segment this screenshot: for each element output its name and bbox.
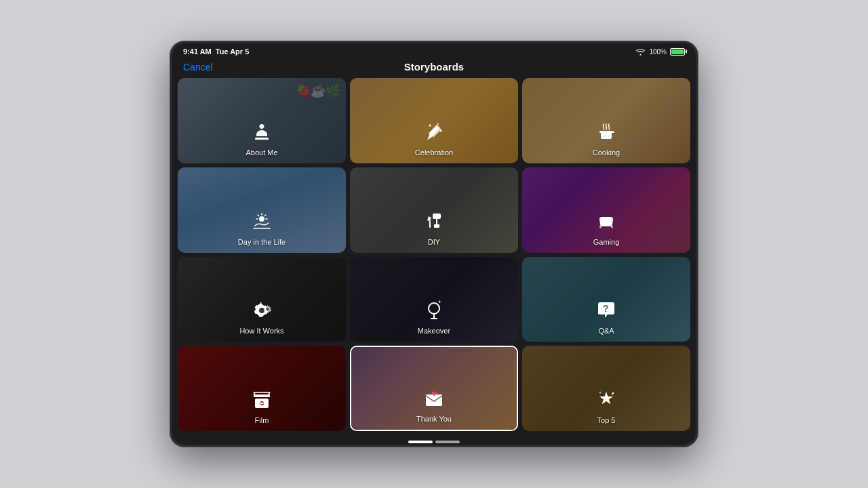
svg-point-6 [259, 216, 264, 222]
makeover-label: Makeover [418, 327, 450, 335]
thank-you-icon [423, 388, 445, 412]
ipad-frame: 9:41 AM Tue Apr 5 100% Cancel Storyboard… [170, 41, 698, 447]
storyboard-grid: About Me [178, 78, 690, 431]
about-me-label: About Me [245, 148, 277, 157]
battery-icon [670, 48, 685, 56]
status-date: Tue Apr 5 [216, 47, 250, 56]
top5-icon: + + [595, 389, 617, 413]
status-right: 100% [635, 48, 685, 56]
diy-label: DIY [428, 238, 440, 246]
gaming-label: Gaming [593, 238, 620, 246]
grid-item-diy[interactable]: DIY [350, 167, 518, 253]
cancel-button[interactable]: Cancel [183, 62, 213, 73]
svg-rect-34 [263, 394, 267, 397]
diy-icon [423, 211, 445, 235]
grid-item-day-in-the-life[interactable]: Day in the Life [178, 167, 346, 253]
day-life-label: Day in the Life [238, 238, 285, 246]
svg-rect-32 [254, 394, 257, 397]
cooking-icon [595, 121, 617, 146]
grid-item-celebration[interactable]: Celebration [350, 78, 518, 163]
how-it-works-label: How It Works [239, 327, 283, 335]
nav-bar: Cancel Storyboards [172, 58, 696, 78]
svg-text:+: + [599, 390, 601, 395]
svg-rect-16 [434, 224, 439, 228]
film-icon [251, 389, 273, 413]
svg-rect-19 [601, 222, 605, 223]
grid-item-qa[interactable]: ? Q&A [522, 257, 690, 342]
grid-item-top5[interactable]: + + Top 5 [522, 346, 690, 431]
gaming-icon [595, 211, 617, 235]
svg-text:+: + [438, 300, 441, 305]
scroll-dot-2 [435, 441, 460, 443]
grid-item-how-it-works[interactable]: How It Works [178, 257, 346, 342]
status-time: 9:41 AM [183, 47, 212, 56]
svg-point-1 [440, 129, 442, 131]
how-it-works-icon [251, 300, 273, 324]
celebration-label: Celebration [415, 148, 453, 157]
scroll-dot-1 [408, 441, 433, 443]
makeover-icon: + [423, 300, 445, 324]
grid-item-thank-you[interactable]: Thank You [350, 346, 518, 431]
cooking-label: Cooking [593, 148, 620, 157]
grid-item-cooking[interactable]: Cooking [522, 78, 690, 163]
svg-line-8 [265, 215, 267, 216]
qa-label: Q&A [598, 327, 614, 335]
svg-point-23 [610, 220, 612, 222]
celebration-icon [423, 121, 445, 146]
svg-point-25 [267, 308, 269, 310]
grid-item-makeover[interactable]: + Makeover [350, 257, 518, 342]
battery-percent: 100% [649, 48, 667, 56]
status-bar: 9:41 AM Tue Apr 5 100% [172, 43, 696, 58]
svg-rect-41 [426, 394, 442, 406]
about-me-icon [251, 121, 273, 146]
svg-line-10 [258, 215, 259, 216]
svg-point-24 [259, 308, 264, 313]
svg-text:+: + [611, 392, 614, 396]
ipad-screen: 9:41 AM Tue Apr 5 100% Cancel Storyboard… [172, 43, 696, 445]
grid-item-gaming[interactable]: Gaming [522, 167, 690, 253]
svg-rect-14 [435, 214, 437, 219]
grid-item-about-me[interactable]: About Me [178, 78, 346, 163]
thank-you-label: Thank You [416, 415, 452, 423]
film-label: Film [255, 416, 269, 424]
wifi-icon [635, 48, 646, 56]
qa-icon: ? [595, 300, 617, 324]
svg-point-2 [437, 123, 439, 125]
svg-point-22 [608, 220, 610, 222]
svg-rect-33 [258, 394, 262, 397]
svg-text:?: ? [603, 303, 609, 314]
top5-label: Top 5 [597, 416, 616, 424]
storyboard-grid-container: About Me [172, 78, 696, 436]
grid-item-film[interactable]: Film [178, 346, 346, 431]
scroll-indicator [172, 436, 696, 445]
svg-point-0 [429, 124, 431, 126]
day-life-icon [251, 211, 273, 235]
page-title: Storyboards [404, 61, 464, 73]
svg-rect-5 [610, 131, 614, 133]
